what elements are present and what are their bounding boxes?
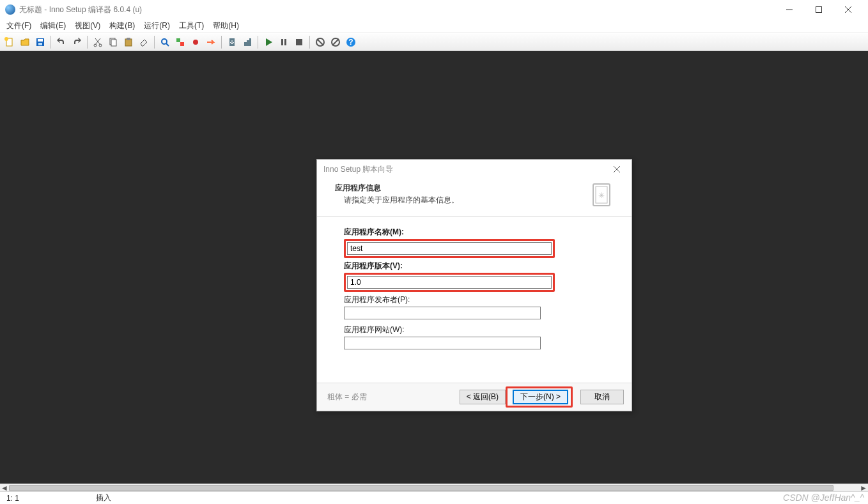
pause-icon[interactable] xyxy=(277,35,291,49)
svg-rect-20 xyxy=(180,42,184,46)
replace-icon[interactable] xyxy=(173,35,187,49)
svg-rect-1 xyxy=(816,7,822,13)
svg-rect-7 xyxy=(38,39,43,42)
watermark: CSDN @JeffHan^_^ xyxy=(783,493,864,503)
close-button[interactable] xyxy=(833,0,863,19)
dialog-heading: 应用程序信息 xyxy=(335,183,587,194)
input-app-version[interactable] xyxy=(347,276,552,289)
menubar: 文件(F) 编辑(E) 视图(V) 构建(B) 运行(R) 工具(T) 帮助(H… xyxy=(0,19,868,33)
scroll-left-icon[interactable]: ◄ xyxy=(0,484,9,492)
svg-point-5 xyxy=(4,37,8,41)
minimize-button[interactable] xyxy=(775,0,804,19)
svg-rect-8 xyxy=(38,43,42,45)
highlight-app-version xyxy=(344,273,555,292)
input-app-name[interactable] xyxy=(347,242,552,255)
new-icon[interactable] xyxy=(3,35,17,49)
svg-point-17 xyxy=(162,39,167,44)
next-button[interactable]: 下一步(N) > xyxy=(513,390,568,404)
svg-rect-14 xyxy=(111,40,116,46)
options2-icon[interactable] xyxy=(329,35,343,49)
menu-view[interactable]: 视图(V) xyxy=(75,20,100,31)
svg-text:?: ? xyxy=(348,38,353,47)
copy-icon[interactable] xyxy=(106,35,120,49)
build-icon[interactable] xyxy=(240,35,254,49)
erase-icon[interactable] xyxy=(137,35,151,49)
label-website: 应用程序网站(W): xyxy=(344,325,605,335)
dialog-titlebar: Inno Setup 脚本向导 xyxy=(317,160,632,179)
cursor-position: 1: 1 xyxy=(6,494,58,503)
document-icon: ✳ xyxy=(591,183,614,210)
svg-line-30 xyxy=(317,39,323,45)
menu-edit[interactable]: 编辑(E) xyxy=(40,20,66,31)
open-icon[interactable] xyxy=(18,35,32,49)
help-icon[interactable]: ? xyxy=(344,35,358,49)
insert-mode: 插入 xyxy=(96,493,111,503)
cut-icon[interactable] xyxy=(91,35,105,49)
svg-text:✳: ✳ xyxy=(598,191,605,200)
back-button[interactable]: < 返回(B) xyxy=(460,390,506,404)
undo-icon[interactable] xyxy=(54,35,68,49)
label-app-version: 应用程序版本(V): xyxy=(344,261,605,271)
svg-rect-16 xyxy=(127,38,130,40)
svg-rect-25 xyxy=(249,38,251,46)
toolbar: ? xyxy=(0,33,868,51)
input-website[interactable] xyxy=(344,337,541,349)
redo-icon[interactable] xyxy=(70,35,84,49)
svg-rect-19 xyxy=(176,38,180,42)
highlight-app-name xyxy=(344,239,555,258)
app-icon xyxy=(5,4,15,15)
cancel-button[interactable]: 取消 xyxy=(580,390,624,404)
svg-rect-23 xyxy=(244,42,247,46)
highlight-next: 下一步(N) > xyxy=(506,386,573,408)
required-note: 粗体 = 必需 xyxy=(327,392,367,402)
window-titlebar: 无标题 - Inno Setup 编译器 6.0.4 (u) xyxy=(0,0,868,19)
dialog-footer: 粗体 = 必需 < 返回(B) 下一步(N) > 取消 xyxy=(317,383,632,411)
svg-rect-24 xyxy=(247,40,249,46)
window-title: 无标题 - Inno Setup 编译器 6.0.4 (u) xyxy=(19,4,775,15)
options-icon[interactable] xyxy=(313,35,327,49)
svg-rect-27 xyxy=(284,39,286,45)
dialog-form: 应用程序名称(M): 应用程序版本(V): 应用程序发布者(P): 应用程序网站… xyxy=(317,224,632,383)
breakpoint-icon[interactable] xyxy=(189,35,203,49)
dialog-title: Inno Setup 脚本向导 xyxy=(323,164,608,175)
menu-tools[interactable]: 工具(T) xyxy=(179,20,204,31)
input-publisher[interactable] xyxy=(344,307,541,319)
menu-run[interactable]: 运行(R) xyxy=(144,20,170,31)
label-publisher: 应用程序发布者(P): xyxy=(344,294,605,305)
svg-rect-26 xyxy=(281,39,283,45)
menu-file[interactable]: 文件(F) xyxy=(6,20,31,31)
statusbar: 1: 1 插入 CSDN @JeffHan^_^ xyxy=(0,491,868,504)
menu-build[interactable]: 构建(B) xyxy=(109,20,135,31)
svg-point-21 xyxy=(193,40,198,45)
label-app-name: 应用程序名称(M): xyxy=(344,227,605,238)
wizard-dialog: Inno Setup 脚本向导 应用程序信息 请指定关于应用程序的基本信息。 ✳… xyxy=(316,159,632,411)
compile-icon[interactable] xyxy=(225,35,239,49)
find-icon[interactable] xyxy=(158,35,172,49)
goto-icon[interactable] xyxy=(204,35,218,49)
paste-icon[interactable] xyxy=(121,35,136,49)
stop-icon[interactable] xyxy=(292,35,306,49)
scroll-right-icon[interactable]: ► xyxy=(859,484,868,492)
horizontal-scrollbar[interactable]: ◄ ► xyxy=(0,484,868,491)
dialog-subheading: 请指定关于应用程序的基本信息。 xyxy=(335,195,587,206)
scroll-thumb[interactable] xyxy=(9,485,833,491)
dialog-close-button[interactable] xyxy=(608,162,625,176)
svg-line-18 xyxy=(166,43,169,46)
maximize-button[interactable] xyxy=(804,0,833,19)
run-icon[interactable] xyxy=(261,35,275,49)
save-icon[interactable] xyxy=(33,35,47,49)
menu-help[interactable]: 帮助(H) xyxy=(213,20,239,31)
svg-line-32 xyxy=(332,39,339,45)
svg-rect-28 xyxy=(296,39,302,45)
